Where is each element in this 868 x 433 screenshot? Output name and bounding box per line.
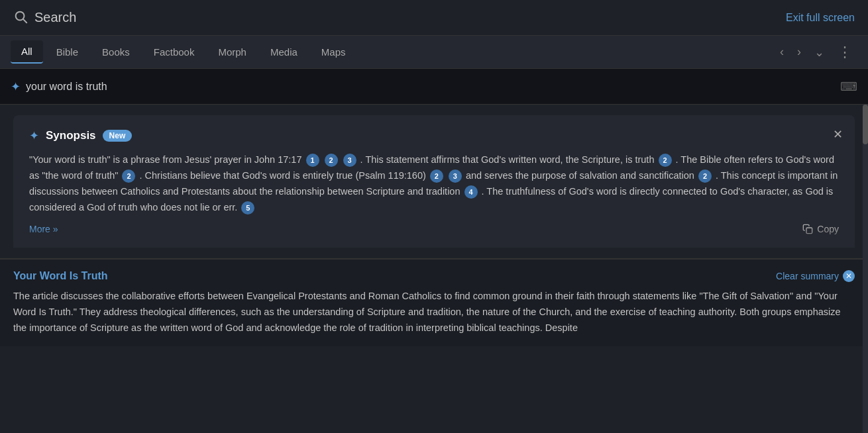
- ref-badge-1[interactable]: 1: [306, 154, 319, 167]
- ref-badge-3b[interactable]: 3: [449, 169, 462, 183]
- truth-section: Your Word Is Truth Clear summary ✕ The a…: [0, 258, 868, 347]
- tab-media[interactable]: Media: [260, 41, 308, 63]
- nav-dropdown-button[interactable]: ⌄: [809, 42, 830, 62]
- nav-back-button[interactable]: ‹: [775, 42, 789, 62]
- ref-badge-4[interactable]: 4: [464, 185, 478, 199]
- clear-icon: ✕: [843, 270, 855, 282]
- svg-line-1: [23, 19, 27, 23]
- ref-badge-2e[interactable]: 2: [698, 169, 712, 183]
- synopsis-title: Synopsis: [46, 129, 96, 142]
- copy-label: Copy: [817, 224, 839, 234]
- copy-icon: [802, 224, 813, 234]
- synopsis-footer: More » Copy: [29, 224, 839, 234]
- tab-bible[interactable]: Bible: [46, 41, 89, 63]
- synopsis-spark-icon: ✦: [29, 128, 39, 143]
- header-left: Search: [13, 9, 76, 26]
- tab-maps[interactable]: Maps: [311, 41, 356, 63]
- synopsis-new-badge: New: [103, 130, 133, 142]
- header-title: Search: [34, 10, 76, 25]
- tab-books[interactable]: Books: [91, 41, 140, 63]
- clear-summary-label: Clear summary: [776, 271, 839, 281]
- more-link[interactable]: More »: [29, 224, 58, 234]
- ref-badge-3a[interactable]: 3: [343, 154, 356, 167]
- synopsis-card: ✦ Synopsis New ✕ "Your word is truth" is…: [13, 115, 855, 248]
- synopsis-text: "Your word is truth" is a phrase from Je…: [29, 152, 839, 216]
- ref-badge-2b[interactable]: 2: [659, 154, 672, 167]
- truth-body: The article discusses the collaborative …: [13, 289, 855, 336]
- scrollbar-track[interactable]: [863, 105, 868, 433]
- keyboard-icon[interactable]: ⌨: [840, 79, 857, 94]
- copy-button[interactable]: Copy: [802, 224, 839, 234]
- ref-badge-2c[interactable]: 2: [122, 169, 135, 183]
- search-input[interactable]: [26, 81, 835, 93]
- search-icon: [13, 9, 28, 26]
- clear-summary-button[interactable]: Clear summary ✕: [776, 270, 855, 282]
- nav-tabs: All Bible Books Factbook Morph Media Map…: [0, 36, 868, 69]
- ref-badge-2d[interactable]: 2: [430, 169, 443, 183]
- scrollbar-thumb: [863, 105, 868, 144]
- header-bar: Search Exit full screen: [0, 0, 868, 36]
- ref-badge-2a[interactable]: 2: [325, 154, 338, 167]
- ref-badge-5[interactable]: 5: [241, 201, 254, 215]
- truth-header: Your Word Is Truth Clear summary ✕: [13, 270, 855, 282]
- tab-all[interactable]: All: [11, 40, 43, 64]
- exit-full-screen-button[interactable]: Exit full screen: [786, 12, 855, 24]
- nav-forward-button[interactable]: ›: [792, 42, 806, 62]
- synopsis-header: ✦ Synopsis New: [29, 128, 839, 143]
- nav-overflow-button[interactable]: ⋮: [832, 41, 857, 64]
- svg-rect-2: [806, 228, 812, 234]
- nav-right-controls: ‹ › ⌄ ⋮: [775, 41, 857, 64]
- main-content: ✦ Synopsis New ✕ "Your word is truth" is…: [0, 105, 868, 433]
- spark-icon: ✦: [11, 79, 21, 94]
- truth-title[interactable]: Your Word Is Truth: [13, 270, 108, 282]
- tab-factbook[interactable]: Factbook: [143, 41, 205, 63]
- tab-morph[interactable]: Morph: [207, 41, 257, 63]
- synopsis-close-button[interactable]: ✕: [833, 127, 843, 142]
- search-input-bar: ✦ ⌨: [0, 69, 868, 105]
